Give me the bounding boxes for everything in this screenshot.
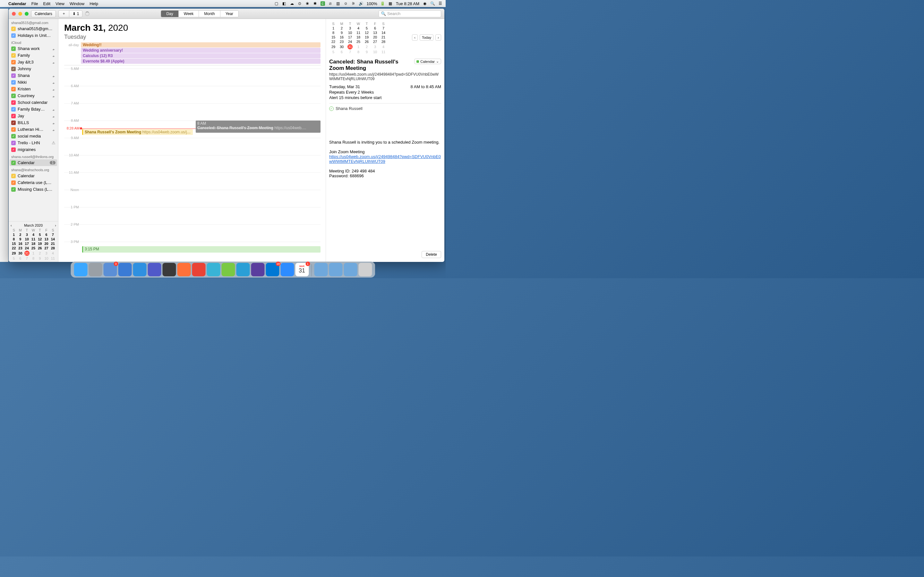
cal-day[interactable]: 9 bbox=[338, 31, 346, 35]
cal-day[interactable]: 30 bbox=[338, 44, 346, 50]
cal-day[interactable]: 3 bbox=[24, 232, 30, 237]
dock-safari-icon[interactable] bbox=[133, 263, 146, 276]
event-attendee[interactable]: ✓ Shana Russell bbox=[329, 106, 441, 111]
calendar-checkbox[interactable]: ✓ bbox=[11, 107, 16, 111]
timed-event-canceled[interactable]: 8 AMCanceled: Shana Russell's Zoom Meeti… bbox=[196, 121, 320, 133]
cal-day[interactable]: 31 bbox=[346, 44, 354, 50]
view-month[interactable]: Month bbox=[199, 11, 220, 17]
cal-day[interactable]: 1 bbox=[329, 26, 338, 31]
sidebar-section-header[interactable]: shana@leahschools.org bbox=[9, 166, 58, 172]
menu-edit[interactable]: Edit bbox=[43, 1, 50, 6]
sidebar-calendar-item[interactable]: ✓Holidays in Unit… bbox=[9, 32, 58, 39]
cal-day[interactable]: 11 bbox=[30, 237, 37, 242]
time-grid[interactable]: 5 AM6 AM7 AM8 AM9 AM10 AM11 AMNoon1 PM2 … bbox=[64, 66, 320, 262]
cal-day[interactable]: 11 bbox=[379, 50, 388, 54]
cal-day[interactable]: 4 bbox=[354, 26, 363, 31]
delete-button[interactable]: Delete bbox=[422, 251, 441, 258]
calendar-checkbox[interactable]: ✓ bbox=[11, 181, 16, 185]
event-time[interactable]: 8 AM to 8:45 AM bbox=[411, 84, 441, 89]
dock-app1-icon[interactable] bbox=[118, 263, 132, 276]
calendar-checkbox[interactable]: ✓ bbox=[11, 134, 16, 139]
cal-day[interactable]: 4 bbox=[379, 44, 388, 50]
calendar-checkbox[interactable]: ✓ bbox=[11, 141, 16, 145]
cal-day[interactable]: 11 bbox=[50, 256, 56, 261]
sidebar-calendar-item[interactable]: ✓Courtney bbox=[9, 92, 58, 99]
status-icon-c[interactable]: c bbox=[320, 1, 325, 6]
menu-help[interactable]: Help bbox=[89, 1, 98, 6]
calendar-checkbox[interactable]: ✓ bbox=[11, 93, 16, 98]
notes-zoom-link[interactable]: https://us04web.zoom.us/j/249498484?pwd=… bbox=[329, 154, 441, 164]
sidebar-calendar-item[interactable]: ✓Kristen bbox=[9, 85, 58, 92]
cal-day[interactable]: 21 bbox=[379, 35, 388, 39]
battery-icon[interactable]: 🔋 bbox=[381, 1, 385, 6]
cal-day[interactable]: 1 bbox=[354, 44, 363, 50]
cal-day[interactable]: 14 bbox=[50, 237, 56, 242]
dock-outlook-icon[interactable]: 18 bbox=[266, 263, 279, 276]
siri-icon[interactable]: ◉ bbox=[423, 1, 427, 6]
cal-day[interactable]: 4 bbox=[30, 232, 37, 237]
cal-day[interactable]: 2 bbox=[17, 232, 23, 237]
sidebar-section-header[interactable]: iCloud bbox=[9, 39, 58, 45]
dock-todo-icon[interactable]: 3 bbox=[103, 263, 117, 276]
sidebar-calendar-item[interactable]: ✓Calendar bbox=[9, 172, 58, 179]
sidebar-calendar-item[interactable]: ✓migraines bbox=[9, 146, 58, 153]
event-notes[interactable]: Shana Russell is inviting you to a sched… bbox=[329, 140, 441, 178]
dock-firefox-icon[interactable] bbox=[177, 263, 191, 276]
timed-event-green[interactable]: 3:15 PM bbox=[82, 246, 320, 253]
calendar-checkbox[interactable]: ✓ bbox=[11, 187, 16, 192]
calendar-checkbox[interactable]: ✓ bbox=[11, 127, 16, 132]
cal-day[interactable]: 15 bbox=[11, 242, 17, 246]
cal-day[interactable]: 2 bbox=[338, 26, 346, 31]
timed-event-zoom[interactable]: Shana Russell's Zoom Meeting https://us0… bbox=[82, 129, 193, 135]
dock-trash-icon[interactable] bbox=[359, 263, 372, 276]
cal-day[interactable]: 7 bbox=[379, 26, 388, 31]
calendar-checkbox[interactable]: ✓ bbox=[11, 121, 16, 125]
search-field[interactable]: 🔍 Search bbox=[379, 10, 441, 17]
status-icon-battery2[interactable]: ▥ bbox=[336, 1, 341, 6]
cal-day[interactable]: 18 bbox=[354, 35, 363, 39]
cal-day[interactable]: 23 bbox=[17, 246, 23, 250]
menubar-clock[interactable]: Tue 8:28 AM bbox=[396, 1, 419, 6]
allday-event[interactable]: Evernote $8.49 (Apple) bbox=[81, 59, 320, 64]
sidebar-section-header[interactable]: shana.russell@lhnlions.org bbox=[9, 153, 58, 159]
dock-quicktime-icon[interactable] bbox=[162, 263, 176, 276]
calendar-checkbox[interactable]: ✓ bbox=[11, 27, 16, 31]
cal-day[interactable]: 3 bbox=[346, 26, 354, 31]
cal-day[interactable]: 27 bbox=[43, 246, 49, 250]
cal-day[interactable]: 3 bbox=[371, 44, 379, 50]
cal-day[interactable]: 16 bbox=[338, 35, 346, 39]
rcal-prev[interactable]: ‹ bbox=[412, 34, 418, 41]
bluetooth-icon[interactable]: ⎊ bbox=[344, 1, 348, 6]
cal-day[interactable]: 24 bbox=[346, 39, 354, 44]
sidebar-section-header[interactable]: shana0515@gmail.com bbox=[9, 19, 58, 25]
cal-day[interactable]: 13 bbox=[43, 237, 49, 242]
status-icon-5[interactable]: ✱ bbox=[313, 1, 317, 6]
dock-app2-icon[interactable] bbox=[207, 263, 220, 276]
view-week[interactable]: Week bbox=[179, 11, 199, 17]
event-title[interactable]: Canceled: Shana Russell's Zoom Meeting bbox=[329, 59, 412, 71]
spotlight-icon[interactable]: 🔍 bbox=[430, 1, 435, 6]
dock-launchpad-icon[interactable] bbox=[89, 263, 102, 276]
cal-day[interactable]: 7 bbox=[24, 256, 30, 261]
dock-calendar-icon[interactable]: MAR311 bbox=[295, 263, 309, 276]
event-calendar-select[interactable]: Calendar ⌄ bbox=[414, 59, 441, 64]
cal-day[interactable]: 18 bbox=[30, 242, 37, 246]
cal-day[interactable]: 19 bbox=[363, 35, 371, 39]
calendar-checkbox[interactable]: ✓ bbox=[11, 80, 16, 85]
sidebar-calendar-item[interactable]: ✓Family bbox=[9, 52, 58, 59]
rcal-grid[interactable]: SMTWTFS123456789101112131415161718192021… bbox=[329, 21, 388, 54]
sidebar-calendar-item[interactable]: ✓Jay bbox=[9, 113, 58, 119]
allday-event[interactable]: Calculus (12) R3 bbox=[81, 53, 320, 58]
cal-day[interactable]: 7 bbox=[346, 50, 354, 54]
sidebar-calendar-item[interactable]: ✓Shana bbox=[9, 72, 58, 79]
cal-day[interactable]: 2 bbox=[363, 44, 371, 50]
calendar-checkbox[interactable]: ✓ bbox=[11, 73, 16, 78]
rcal-next[interactable]: › bbox=[435, 34, 441, 41]
volume-icon[interactable]: 🔊 bbox=[359, 1, 363, 6]
inbox-button[interactable]: ⬇ 1 bbox=[69, 10, 83, 17]
cal-day[interactable]: 6 bbox=[17, 256, 23, 261]
status-icon-cloud[interactable]: ☁ bbox=[290, 1, 294, 6]
status-icon-1[interactable]: ▢ bbox=[274, 1, 279, 6]
event-date[interactable]: Tuesday, Mar 31 bbox=[329, 84, 360, 89]
calendar-checkbox[interactable]: ✓ bbox=[11, 33, 16, 38]
